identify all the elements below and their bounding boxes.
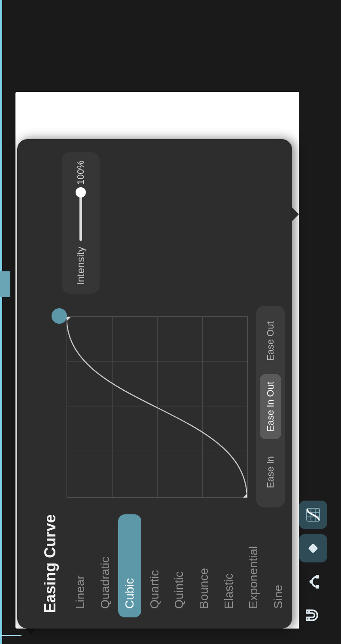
bezier-path-button[interactable]	[299, 568, 327, 596]
intensity-slider-thumb[interactable]	[76, 187, 86, 197]
ease-mode-out[interactable]: Ease Out	[260, 308, 281, 374]
curve-type-sine[interactable]: Sine	[267, 514, 284, 617]
curve-type-linear[interactable]: Linear	[69, 514, 92, 617]
timeline-clip-marker[interactable]	[0, 271, 10, 297]
svg-rect-7	[308, 543, 318, 553]
curve-type-elastic[interactable]: Elastic	[217, 514, 241, 617]
magnet-icon	[304, 607, 322, 624]
intensity-value: 100%	[75, 161, 86, 185]
easing-graph	[47, 307, 249, 508]
svg-rect-5	[316, 575, 319, 578]
easing-preview-ball-icon	[52, 308, 67, 324]
easing-curve-button[interactable]	[299, 501, 327, 529]
svg-point-6	[310, 580, 314, 584]
magnet-snap-button[interactable]	[299, 601, 327, 629]
intensity-label: Intensity	[75, 247, 87, 285]
ease-mode-in[interactable]: Ease In	[260, 439, 281, 505]
curve-type-bounce[interactable]: Bounce	[192, 514, 216, 617]
ease-mode-segmented-control: Ease In Ease In Out Ease Out	[256, 306, 285, 507]
intensity-control: Intensity 100%	[62, 152, 100, 294]
easing-graph-grid	[67, 316, 248, 498]
timeline-playhead-tick[interactable]	[0, 635, 21, 636]
svg-rect-4	[316, 585, 319, 589]
easing-curve-icon	[304, 506, 322, 523]
timeline-selection-strip	[0, 0, 2, 644]
add-keyframe-button[interactable]	[299, 534, 327, 562]
panel-anchor-arrow-icon	[26, 629, 36, 635]
ease-mode-in-out[interactable]: Ease In Out	[260, 374, 281, 440]
curve-type-quartic[interactable]: Quartic	[143, 514, 166, 617]
keyframe-toolbar	[299, 501, 327, 629]
easing-curve-panel: Easing Curve Linear Quadratic Cubic Quar…	[17, 139, 292, 629]
diamond-keyframe-icon	[304, 540, 322, 557]
curve-type-exponential[interactable]: Exponential	[242, 514, 265, 617]
curve-type-cubic[interactable]: Cubic	[118, 514, 141, 617]
intensity-slider[interactable]	[79, 191, 82, 241]
panel-title: Easing Curve	[41, 514, 59, 613]
curve-type-quintic[interactable]: Quintic	[167, 514, 191, 617]
bezier-path-icon	[304, 573, 322, 590]
popover-arrow-icon	[290, 206, 299, 223]
curve-type-list: Linear Quadratic Cubic Quartic Quintic B…	[69, 514, 284, 617]
curve-type-quadratic[interactable]: Quadratic	[94, 514, 117, 617]
